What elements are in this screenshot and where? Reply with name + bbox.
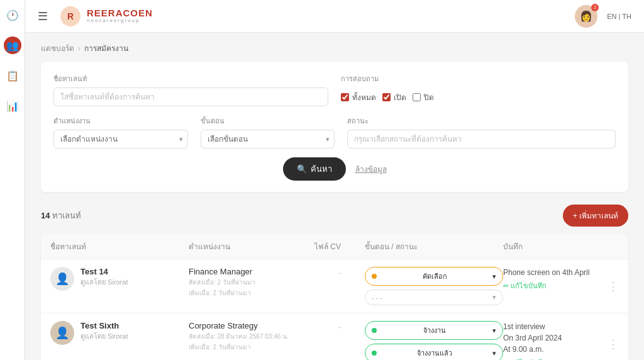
level-filter-group: ขั้นตอน เลือกขั้นตอน: [201, 115, 335, 149]
search-button-label: ค้นหา: [311, 162, 332, 176]
status-open-checkbox[interactable]: [382, 93, 391, 101]
search-button[interactable]: 🔍 ค้นหา: [283, 157, 346, 181]
filter-row-2: ตำแหน่งงาน เลือกตำแหน่งงาน ขั้นตอน เลือก…: [53, 115, 616, 149]
candidate-cell-1: 👤 Test 14 ดูแลโดย Sirorat: [50, 267, 189, 291]
level-select[interactable]: เลือกขั้นตอน: [201, 130, 335, 149]
position-cell-1: Finance Manager สัดส่งเมื่อ: 2 วันที่ผ่า…: [189, 267, 314, 298]
status-dot-green-2b: [372, 351, 377, 356]
talent-search-input[interactable]: [53, 87, 328, 106]
logo-text: REERACOEN neocareergroup: [87, 8, 153, 24]
main-area: ☰ R REERACOEN neocareergroup 👩 2 EN | TH…: [25, 0, 644, 360]
clear-button[interactable]: ล้างข้อมูล: [355, 163, 387, 175]
th-talent: ชื่อทาเลนท์: [50, 240, 189, 252]
breadcrumb-parent[interactable]: แดชบอร์ด: [41, 42, 74, 54]
note-edit-label-2: แก้ไขบันทึก: [511, 357, 547, 360]
status-checkbox-group: ทั้งหมด เปิด ปิด: [341, 87, 616, 106]
more-options-button-2[interactable]: ⋮: [604, 337, 622, 351]
status-close-label: ปิด: [424, 91, 434, 103]
results-unit: ทาเลนท์: [52, 211, 81, 220]
location-select-wrapper: เลือกตำแหน่งงาน: [53, 130, 188, 149]
table-row-1: 👤 Test 14 ดูแลโดย Sirorat Finance Manage…: [41, 259, 628, 313]
position-detail1-2: สัดส่งเมื่อ: 28 มีนาคม 2567 03:46 น.: [189, 332, 314, 341]
location-label: ตำแหน่งงาน: [53, 115, 188, 127]
status-open-label: เปิด: [394, 91, 406, 103]
edit-icon-2: ✏: [503, 357, 509, 360]
status-filter-group: การสอบถาม ทั้งหมด เปิด ปิด: [341, 73, 616, 106]
search-icon: 🔍: [297, 164, 307, 174]
topbar: ☰ R REERACOEN neocareergroup 👩 2 EN | TH: [25, 0, 644, 33]
topbar-right: 👩 2 EN | TH: [575, 5, 631, 28]
location-filter-group: ตำแหน่งงาน เลือกตำแหน่งงาน: [53, 115, 188, 149]
clock-icon: 🕐: [6, 9, 19, 21]
sidebar-item-clock[interactable]: 🕐: [4, 6, 21, 24]
status-dot-yellow-1: [372, 274, 377, 279]
status-dropdown-1b[interactable]: - - - ▾: [365, 290, 503, 305]
candidate-owner-1: ดูแลโดย Sirorat: [80, 276, 128, 288]
candidate-cell-2: 👤 Test Sixth ดูแลโดย Sirorat: [50, 321, 189, 345]
cv-cell-1: -: [314, 267, 365, 278]
position-detail2-1: เพิ่มเมื่อ: 2 วันที่ผ่านมา: [189, 288, 314, 298]
table-row: 👤 Test 14 ดูแลโดย Sirorat Finance Manage…: [41, 259, 628, 313]
location-select[interactable]: เลือกตำแหน่งงาน: [53, 130, 188, 149]
user-avatar[interactable]: 👩 2: [575, 5, 597, 28]
status-text-1b: - - -: [372, 294, 382, 301]
filter-card: ชื่อทาเลนท์ การสอบถาม ทั้งหมด เปิด: [41, 62, 628, 192]
note-text-2: 1st interview On 3rd April 2024 At 9.00 …: [503, 321, 619, 355]
logo-area: ☰ R REERACOEN neocareergroup: [38, 6, 153, 26]
status-cell-2: จ้างงาน ▾ จ้างงานแล้ว ▾: [365, 321, 503, 360]
people-icon: 👥: [6, 40, 19, 52]
logo-main: REERACOEN: [87, 8, 153, 19]
status-all-checkbox[interactable]: [341, 93, 349, 101]
sidebar-item-calendar[interactable]: 📋: [4, 67, 21, 84]
sidebar-item-chart[interactable]: 📊: [4, 97, 21, 115]
more-options-button-1[interactable]: ⋮: [604, 279, 622, 293]
note-edit-1[interactable]: ✏ แก้ไขบันทึก: [503, 281, 619, 291]
state-search-input[interactable]: [347, 130, 616, 149]
status-dot-green-2: [372, 328, 377, 333]
language-switcher[interactable]: EN | TH: [607, 13, 631, 20]
chevron-down-icon-4: ▾: [492, 349, 496, 357]
status-close-checkbox[interactable]: [413, 93, 421, 101]
cv-cell-2: -: [314, 321, 365, 332]
notification-badge: 2: [591, 4, 599, 11]
talent-label: ชื่อทาเลนท์: [53, 73, 328, 84]
chevron-down-icon-3: ▾: [492, 327, 496, 335]
results-header: 14 ทาเลนท์ + เพิ่มทาเลนท์: [41, 205, 628, 227]
candidate-info-2: Test Sixth ดูแลโดย Sirorat: [80, 321, 128, 342]
breadcrumb-separator: ›: [78, 44, 80, 53]
state-filter-group: สถานะ: [347, 115, 616, 149]
hamburger-icon[interactable]: ☰: [38, 9, 48, 23]
talent-filter-group: ชื่อทาเลนท์: [53, 73, 328, 106]
results-count-area: 14 ทาเลนท์: [41, 209, 81, 222]
note-text-1: Phone screen on 4th April: [503, 267, 619, 278]
status-dropdown-1a[interactable]: คัดเลือก ▾: [365, 267, 503, 286]
th-notes: บันทึก: [503, 240, 619, 252]
th-cv: ไฟล์ CV: [314, 240, 365, 252]
notes-cell-1: Phone screen on 4th April ✏ แก้ไขบันทึก: [503, 267, 619, 291]
status-text-1a: คัดเลือก: [423, 271, 447, 282]
status-open-group: เปิด: [382, 91, 406, 103]
status-close-group: ปิด: [413, 91, 434, 103]
status-label: การสอบถาม: [341, 73, 616, 84]
page-content: แดชบอร์ด › การสมัครงาน ชื่อทาเลนท์ การสอ…: [25, 33, 644, 360]
status-text-2a: จ้างงาน: [423, 325, 446, 336]
table-row-2-wrapper: 👤 Test Sixth ดูแลโดย Sirorat Corporate S…: [41, 313, 628, 360]
candidate-info-1: Test 14 ดูแลโดย Sirorat: [80, 267, 128, 288]
status-all-group: ทั้งหมด: [341, 91, 376, 103]
status-dropdown-2a[interactable]: จ้างงาน ▾: [365, 321, 503, 340]
position-name-1: Finance Manager: [189, 267, 314, 276]
note-edit-2[interactable]: ✏ แก้ไขบันทึก: [503, 357, 619, 360]
position-detail2-2: เพิ่มเมื่อ: 2 วันที่ผ่านมา: [189, 342, 314, 352]
avatar-1: 👤: [50, 267, 74, 291]
note-edit-label-1: แก้ไขบันทึก: [511, 281, 547, 291]
position-name-2: Corporate Strategy: [189, 321, 314, 330]
th-position: ตำแหน่งงาน: [189, 240, 314, 252]
calendar-icon: 📋: [6, 70, 19, 82]
add-talent-button[interactable]: + เพิ่มทาเลนท์: [563, 205, 628, 227]
status-dropdown-2b[interactable]: จ้างงานแล้ว ▾: [365, 344, 503, 360]
sidebar-item-people[interactable]: 👥: [4, 37, 21, 54]
level-label: ขั้นตอน: [201, 115, 335, 127]
results-count: 14: [41, 211, 50, 220]
candidate-name-2: Test Sixth: [80, 321, 128, 330]
chevron-down-icon: ▾: [492, 273, 496, 281]
